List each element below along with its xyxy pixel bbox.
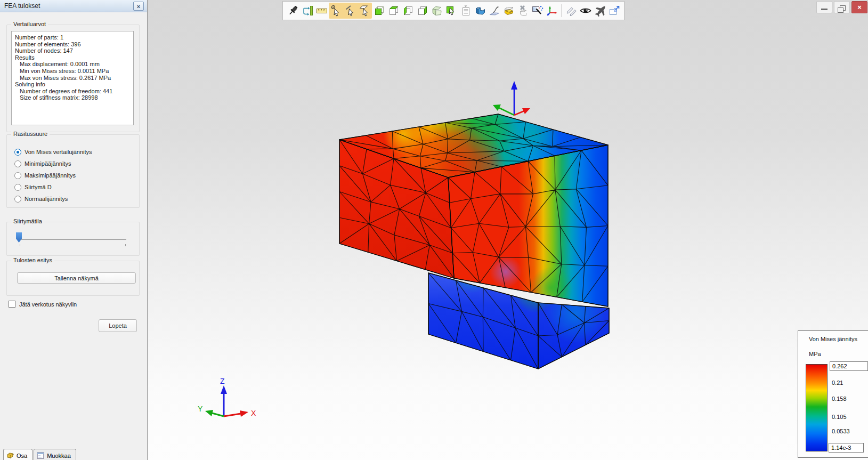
solid-part-icon[interactable]: [473, 3, 487, 19]
surface-sheet-icon[interactable]: [487, 3, 501, 19]
slider-tick: [125, 244, 126, 246]
tab-muokkaa[interactable]: Muokkaa: [34, 449, 76, 460]
radio-displacement[interactable]: Siirtymä D: [14, 183, 52, 191]
radio-von-mises[interactable]: Von Mises vertailujännitys: [14, 148, 92, 156]
ruler-icon[interactable]: [314, 3, 329, 19]
select-body-icon[interactable]: [444, 3, 458, 19]
dialog-title: FEA tulokset: [4, 2, 40, 10]
output-group-label: Tulosten esitys: [11, 257, 54, 263]
displacement-group-label: Siirtymätila: [11, 218, 44, 224]
legend-unit: MPa: [809, 351, 821, 357]
radio-label: Siirtymä D: [25, 184, 52, 190]
save-view-button[interactable]: Tallenna näkymä: [17, 272, 136, 284]
radio-label: Von Mises vertailujännitys: [25, 149, 92, 155]
result-line: Number of parts: 1: [15, 34, 133, 41]
properties-list-icon[interactable]: [458, 3, 473, 19]
x-axis-label: X: [251, 409, 256, 417]
keep-mesh-checkbox[interactable]: Jätä verkotus näkyviin: [9, 301, 77, 308]
slider-thumb[interactable]: [16, 232, 22, 243]
checkbox-label: Jätä verkotus näkyviin: [19, 301, 77, 308]
radio-label: Normaalijännitys: [25, 196, 68, 202]
view-right-icon[interactable]: [415, 3, 429, 19]
dialog-close-icon[interactable]: ×: [133, 2, 144, 11]
select-edge-icon[interactable]: [343, 3, 358, 19]
result-line: Solving info: [15, 81, 133, 88]
table-wand-icon[interactable]: [530, 3, 545, 19]
result-line: Max displacement: 0.0001 mm: [15, 61, 133, 68]
select-face-icon[interactable]: [358, 3, 372, 19]
fea-model[interactable]: [339, 100, 609, 369]
dialog-titlebar[interactable]: FEA tulokset: [0, 0, 147, 12]
result-line: Number of nodes: 147: [15, 47, 133, 54]
displacement-groupbox: Siirtymätila: [6, 222, 140, 256]
tab-label: Muokkaa: [47, 453, 71, 459]
legend-tick: 0.21: [832, 380, 843, 386]
tab-osa[interactable]: Osa: [3, 449, 33, 460]
fea-results-dialog: FEA tulokset × Vertailuarvot Number of p…: [0, 0, 148, 460]
view-top-icon[interactable]: [386, 3, 401, 19]
form-icon: [37, 452, 44, 459]
world-axis-triad: Z X Y: [198, 377, 256, 417]
popout-view-icon[interactable]: [607, 3, 621, 19]
pencils-icon[interactable]: [564, 3, 578, 19]
radio-icon: [14, 160, 21, 167]
legend-colorbar: [806, 364, 828, 451]
result-line: Max von Mises stress: 0.2617 MPa: [15, 75, 133, 82]
application-window: Z X Y ×: [0, 0, 868, 460]
document-tabs: Osa Muokkaa: [3, 449, 76, 460]
view-left-icon[interactable]: [401, 3, 415, 19]
delete-body-icon[interactable]: [516, 3, 530, 19]
stress-legend-panel: Von Mises jännitys MPa 0.21 0.158 0.105 …: [798, 330, 868, 458]
result-line: Size of stiffness matrix: 28998: [15, 94, 133, 101]
results-text-area: Number of parts: 1 Number of elements: 3…: [11, 31, 134, 125]
radio-min-principal[interactable]: Minimipääjännitys: [14, 159, 71, 168]
tab-label: Osa: [17, 453, 27, 459]
legend-max-input[interactable]: [830, 361, 868, 371]
legend-min-input[interactable]: [829, 443, 864, 453]
slider-tick: [20, 244, 20, 246]
radio-icon: [14, 184, 21, 191]
legend-tick: 0.158: [832, 396, 847, 402]
results-group-label: Vertailuarvot: [11, 21, 48, 27]
minimize-icon[interactable]: [816, 1, 832, 13]
y-axis-label: Y: [198, 405, 203, 413]
checkbox-icon: [9, 301, 15, 308]
result-line: Min von Mises stress: 0.0011 MPa: [15, 68, 133, 75]
model-origin-triad-icon: [493, 81, 530, 115]
coordinate-triad-icon[interactable]: [545, 3, 559, 19]
zoom-extents-icon[interactable]: [300, 3, 314, 19]
window-controls: ×: [816, 1, 867, 13]
stress-groupbox: Rasitussuure Von Mises vertailujännitys …: [6, 134, 140, 208]
slider-track[interactable]: [19, 239, 126, 240]
output-groupbox: Tulosten esitys Tallenna näkymä: [6, 261, 140, 296]
stress-group-label: Rasitussuure: [11, 131, 50, 137]
legend-tick: 0.105: [832, 414, 847, 420]
section-box-icon[interactable]: [501, 3, 516, 19]
radio-normal-stress[interactable]: Normaalijännitys: [14, 195, 68, 203]
radio-icon: [14, 196, 21, 203]
result-line: Number of elements: 396: [15, 41, 133, 48]
z-axis-label: Z: [220, 377, 225, 385]
eye-icon[interactable]: [578, 3, 593, 19]
view-front-icon[interactable]: [372, 3, 386, 19]
pushpin-icon[interactable]: [286, 3, 300, 19]
toolbar-separator: [561, 4, 562, 17]
legend-title: Von Mises jännitys: [798, 336, 868, 342]
airplane-icon[interactable]: [593, 3, 607, 19]
restore-icon[interactable]: [834, 1, 850, 13]
results-groupbox: Vertailuarvot Number of parts: 1 Number …: [6, 25, 140, 132]
main-toolbar: [282, 1, 624, 20]
legend-tick: 0.0533: [832, 428, 850, 434]
radio-icon: [14, 172, 21, 179]
radio-label: Minimipääjännitys: [25, 160, 71, 167]
view-isometric-icon[interactable]: [429, 3, 444, 19]
radio-label: Maksimipääjännitys: [25, 172, 76, 179]
selection-filter-group: [329, 3, 372, 19]
result-line: Results: [15, 54, 133, 61]
quit-button[interactable]: Lopeta: [99, 319, 137, 332]
result-line: Number of degrees of freedom: 441: [15, 88, 133, 95]
radio-selected-icon: [14, 149, 21, 156]
select-vertex-icon[interactable]: [329, 3, 343, 19]
radio-max-principal[interactable]: Maksimipääjännitys: [14, 171, 76, 180]
close-icon[interactable]: ×: [851, 1, 867, 13]
